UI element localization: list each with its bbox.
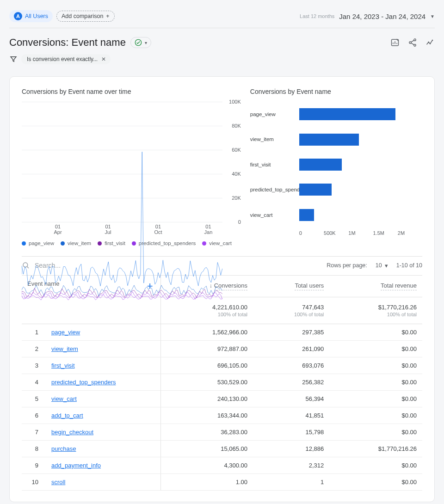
report-card: Conversions by Event name over time 100K…	[9, 76, 435, 502]
y-tick: 100K	[229, 99, 241, 104]
cell-conversions: 15,065.00	[160, 441, 253, 457]
table-row: 6add_to_cart 163,344.00 41,851 $0.00	[22, 407, 422, 424]
svg-point-6	[430, 43, 431, 44]
cell-users: 693,076	[253, 357, 329, 374]
svg-point-0	[135, 39, 141, 45]
table-row: 3first_visit 696,105.00 693,076 $0.00	[22, 357, 422, 374]
segment-letter: A	[14, 12, 22, 20]
y-tick: 60K	[232, 147, 241, 153]
row-index: 4	[27, 379, 38, 386]
add-comparison-chip[interactable]: Add comparison +	[56, 11, 115, 22]
svg-point-7	[432, 40, 433, 41]
event-link[interactable]: first_visit	[51, 362, 75, 369]
table-row: 1page_view 1,562,966.00 297,385 $0.00	[22, 324, 422, 341]
row-index: 10	[27, 479, 38, 486]
insights-icon[interactable]	[426, 38, 435, 47]
bar-label: page_view	[250, 111, 295, 117]
cell-revenue: $0.00	[329, 341, 422, 357]
row-index: 2	[27, 345, 38, 352]
bar-label: view_cart	[250, 212, 295, 218]
rows-per-page-value: 10	[376, 262, 382, 269]
date-range[interactable]: Jan 24, 2023 - Jan 24, 2024	[339, 12, 426, 20]
cell-revenue: $0.00	[329, 474, 422, 491]
event-link[interactable]: begin_checkout	[51, 429, 93, 436]
table-row: 2view_item 972,887.00 261,090 $0.00	[22, 341, 422, 357]
check-circle-icon	[135, 39, 142, 46]
summary-users: 747,643	[253, 297, 329, 311]
bar-row: view_cart	[250, 208, 422, 222]
y-tick: 0	[238, 219, 241, 225]
event-link[interactable]: page_view	[51, 329, 80, 336]
cell-revenue: $0.00	[329, 374, 422, 391]
event-link[interactable]: scroll	[51, 479, 65, 486]
cell-users: 256,382	[253, 374, 329, 391]
cell-revenue: $0.00	[329, 457, 422, 474]
row-index: 6	[27, 412, 38, 419]
cell-users: 12,886	[253, 441, 329, 457]
event-link[interactable]: predicted_top_spenders	[51, 379, 116, 386]
cell-conversions: 163,344.00	[160, 407, 253, 424]
cell-users: 15,798	[253, 424, 329, 441]
bar-row: view_item	[250, 132, 422, 147]
cell-conversions: 4,300.00	[160, 457, 253, 474]
row-index: 7	[27, 429, 38, 436]
share-icon[interactable]	[408, 38, 417, 47]
bar-label: first_visit	[250, 161, 295, 168]
svg-point-5	[428, 42, 429, 43]
bar-label: predicted_top_spenders	[250, 186, 295, 193]
event-link[interactable]: view_cart	[51, 395, 77, 402]
chevron-down-icon: ▾	[385, 262, 388, 269]
bar-chart-title: Conversions by Event name	[250, 88, 422, 95]
top-bar: A All Users Add comparison + Last 12 mon…	[9, 7, 435, 28]
page-status: 1-10 of 10	[396, 262, 422, 269]
summary-subline: 100% of total	[253, 311, 329, 324]
col-users[interactable]: Total users	[253, 276, 329, 297]
line-chart: 100K80K60K40K20K0 01Apr01Jul01Oct01Jan	[22, 102, 241, 236]
segment-label: All Users	[25, 13, 48, 19]
row-index: 9	[27, 462, 38, 469]
event-link[interactable]: purchase	[51, 445, 76, 452]
data-table: Event name + ↓Conversions Total users To…	[22, 276, 422, 491]
customize-report-icon[interactable]	[390, 38, 400, 47]
cell-users: 2,312	[253, 457, 329, 474]
cell-users: 297,385	[253, 324, 329, 341]
date-dropdown-icon[interactable]: ▼	[430, 14, 435, 19]
line-chart-svg	[22, 102, 222, 302]
filter-chip[interactable]: Is conversion event exactly... ✕	[21, 54, 111, 64]
summary-revenue: $1,770,216.26	[329, 297, 422, 311]
status-pill[interactable]: ▾	[130, 37, 151, 48]
event-link[interactable]: add_payment_info	[51, 462, 101, 469]
table-row: 10scroll 1.00 1 $0.00	[22, 474, 422, 491]
cell-conversions: 36,283.00	[160, 424, 253, 441]
row-index: 8	[27, 445, 38, 452]
event-link[interactable]: view_item	[51, 345, 78, 352]
chevron-down-icon: ▾	[145, 40, 147, 45]
x-tick: 01Apr	[54, 224, 62, 235]
cell-users: 41,851	[253, 407, 329, 424]
table-row: 8purchase 15,065.00 12,886 $1,770,216.26	[22, 441, 422, 457]
rows-per-page-select[interactable]: 10 ▾	[376, 262, 388, 269]
cell-conversions: 530,529.00	[160, 374, 253, 391]
bar-row: first_visit	[250, 157, 422, 172]
cell-revenue: $0.00	[329, 424, 422, 441]
filter-icon[interactable]	[9, 55, 18, 63]
cell-conversions: 1,562,966.00	[160, 324, 253, 341]
y-tick: 20K	[232, 195, 241, 201]
col-users-label: Total users	[295, 282, 324, 290]
table-row: 4predicted_top_spenders 530,529.00 256,3…	[22, 374, 422, 391]
col-revenue[interactable]: Total revenue	[329, 276, 422, 297]
cell-revenue: $0.00	[329, 391, 422, 407]
x-tick: 01Jan	[204, 224, 213, 235]
table-row: 5view_cart 240,130.00 56,394 $0.00	[22, 391, 422, 407]
event-link[interactable]: add_to_cart	[51, 412, 83, 419]
bar-x-tick: 2M	[398, 230, 422, 236]
bar-x-tick: 0	[299, 230, 324, 236]
bar-x-tick: 1.5M	[373, 230, 398, 236]
cell-conversions: 240,130.00	[160, 391, 253, 407]
bar-label: view_item	[250, 136, 295, 142]
cell-revenue: $0.00	[329, 324, 422, 341]
segment-chip[interactable]: A All Users	[9, 10, 53, 22]
filter-chip-close-icon[interactable]: ✕	[100, 56, 107, 62]
col-revenue-label: Total revenue	[381, 282, 417, 290]
cell-revenue: $0.00	[329, 407, 422, 424]
